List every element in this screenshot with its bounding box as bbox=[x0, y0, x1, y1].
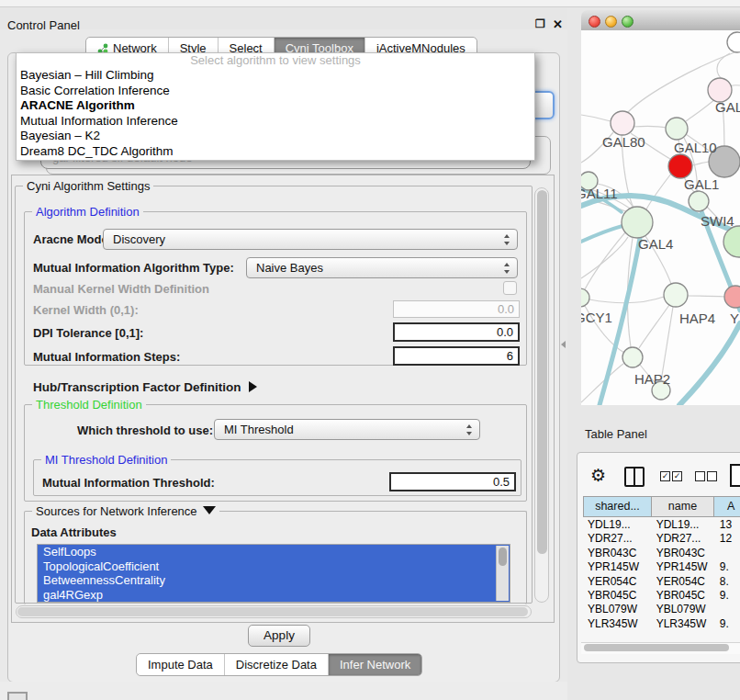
column-header[interactable]: A bbox=[713, 496, 740, 517]
sources-title-text: Sources for Network Inference bbox=[36, 504, 197, 518]
algorithm-dropdown-popup: Select algorithm to view settings Bayesi… bbox=[16, 52, 535, 161]
select-all-checkbox-icon[interactable]: ✓ bbox=[660, 471, 670, 481]
which-threshold-select[interactable]: MI Threshold bbox=[214, 419, 480, 440]
mi-threshold-label: Mutual Information Threshold: bbox=[42, 476, 215, 490]
algorithm-dropdown-list: Bayesian – Hill ClimbingBasic Correlatio… bbox=[17, 68, 534, 160]
split-columns-icon[interactable] bbox=[624, 467, 645, 487]
network-node-gal1[interactable] bbox=[668, 154, 692, 178]
dpi-tolerance-field[interactable]: 0.0 bbox=[393, 322, 520, 342]
splitter-handle[interactable] bbox=[561, 341, 566, 348]
table-cell bbox=[714, 547, 740, 560]
mac-zoom-icon[interactable] bbox=[622, 16, 633, 28]
node-label: GAL10 bbox=[674, 140, 717, 155]
column-header[interactable]: name bbox=[651, 496, 714, 517]
data-attributes-list[interactable]: SelfLoopsTopologicalCoefficientBetweenne… bbox=[37, 544, 510, 603]
mac-minimize-icon[interactable] bbox=[605, 16, 617, 28]
node-label: Y bbox=[730, 310, 739, 326]
algorithm-option[interactable]: Bayesian – K2 bbox=[17, 129, 534, 144]
table-row[interactable]: YDR27...YDR27...12 bbox=[583, 532, 740, 546]
attribute-item-selected[interactable]: TopologicalCoefficient bbox=[38, 559, 510, 574]
tab-discretize-data[interactable]: Discretize Data bbox=[225, 654, 329, 675]
hub-definition-label: Hub/Transcription Factor Definition bbox=[33, 380, 241, 394]
network-node-gal80[interactable] bbox=[611, 111, 634, 135]
kernel-width-label: Kernel Width (0,1): bbox=[33, 303, 139, 317]
table-row[interactable]: YLR345WYLR345W9. bbox=[583, 617, 740, 631]
mi-type-value: Naive Bayes bbox=[256, 261, 323, 275]
table-row[interactable]: YER054CYER054C8. bbox=[583, 575, 740, 589]
node-table[interactable]: YDL19...YDL19...13YDR27...YDR27...12YBR0… bbox=[583, 518, 740, 633]
mac-close-icon[interactable] bbox=[589, 16, 600, 28]
sources-group-title[interactable]: Sources for Network Inference bbox=[32, 504, 219, 518]
close-panel-icon[interactable]: ✕ bbox=[553, 17, 563, 31]
table-cell: YER054C bbox=[583, 575, 651, 589]
mi-type-select[interactable]: Naive Bayes bbox=[246, 257, 518, 278]
aracne-mode-select[interactable]: Discovery bbox=[103, 229, 518, 250]
attribute-item-selected[interactable]: BetweennessCentrality bbox=[38, 573, 510, 588]
algorithm-option[interactable]: Bayesian – Hill Climbing bbox=[17, 68, 534, 84]
collapsed-arrow-icon bbox=[249, 381, 257, 392]
table-cell bbox=[714, 603, 740, 616]
network-node[interactable] bbox=[727, 32, 740, 52]
attribute-item-selected[interactable]: gal4RGexp bbox=[38, 588, 510, 603]
table-panel-title: Table Panel bbox=[585, 427, 647, 441]
minimized-panel-icon[interactable] bbox=[7, 692, 28, 700]
control-panel-titlebar: Control Panel ❐ ✕ bbox=[0, 7, 567, 29]
tab-impute-data[interactable]: Impute Data bbox=[137, 654, 225, 675]
algorithm-option[interactable]: Mutual Information Inference bbox=[17, 114, 534, 130]
node-label: SWI4 bbox=[701, 213, 734, 229]
table-cell: YDR27... bbox=[651, 532, 714, 546]
network-node-y[interactable] bbox=[724, 286, 740, 308]
cyni-bottom-tabbar: Impute DataDiscretize DataInfer Network bbox=[136, 653, 422, 676]
table-cell: 9. bbox=[714, 589, 740, 603]
network-node-gcy1[interactable] bbox=[581, 288, 589, 307]
float-window-icon[interactable]: ❐ bbox=[535, 17, 545, 30]
table-row[interactable]: YBR043CYBR043C bbox=[583, 547, 740, 560]
table-cell: 13 bbox=[714, 518, 740, 532]
table-cell: YBL079W bbox=[651, 603, 714, 616]
tab-infer-network[interactable]: Infer Network bbox=[329, 654, 421, 675]
tab-label: Infer Network bbox=[340, 654, 410, 675]
algorithm-option[interactable]: ARACNE Algorithm bbox=[17, 98, 534, 114]
table-row[interactable]: YBL079WYBL079W bbox=[583, 603, 740, 616]
network-canvas[interactable]: GALGAL80GAL10GAL1GAL11SWI4GAL4GCY1HAP4YH… bbox=[581, 30, 740, 405]
tab-label: Discretize Data bbox=[236, 654, 317, 675]
attributes-scrollbar[interactable] bbox=[496, 546, 509, 601]
kernel-width-field[interactable]: 0.0 bbox=[393, 300, 520, 318]
network-node-hap2[interactable] bbox=[622, 347, 643, 367]
apply-button[interactable]: Apply bbox=[248, 625, 310, 647]
settings-vertical-scrollbar-thumb[interactable] bbox=[537, 190, 547, 554]
table-horizontal-scrollbar-thumb[interactable] bbox=[584, 644, 729, 651]
table-cell: 9. bbox=[714, 560, 740, 574]
mi-steps-label: Mutual Information Steps: bbox=[33, 350, 180, 364]
table-row[interactable]: YDL19...YDL19...13 bbox=[583, 518, 740, 532]
network-node-swi4[interactable] bbox=[689, 191, 709, 211]
column-header[interactable]: shared... bbox=[583, 496, 652, 517]
network-node-hap4[interactable] bbox=[664, 283, 688, 307]
threshold-definition-title: Threshold Definition bbox=[32, 398, 146, 412]
table-row[interactable]: YBR045CYBR045C9. bbox=[583, 589, 740, 603]
settings-horizontal-scrollbar-thumb[interactable] bbox=[17, 607, 528, 616]
table-cell: YLR345W bbox=[651, 617, 714, 631]
node-label: GAL80 bbox=[602, 134, 645, 150]
table-cell: 9. bbox=[714, 631, 740, 633]
gear-icon[interactable]: ⚙ bbox=[590, 465, 606, 486]
deselect-checkbox-icon[interactable] bbox=[695, 471, 705, 481]
algorithm-option[interactable]: Dream8 DC_TDC Algorithm bbox=[17, 144, 534, 160]
mi-threshold-field[interactable]: 0.5 bbox=[389, 472, 516, 491]
table-row[interactable]: YPR145WYPR145W9. bbox=[583, 560, 740, 574]
document-icon[interactable] bbox=[730, 464, 740, 487]
select-all-checkbox-icon[interactable]: ✓ bbox=[672, 471, 682, 481]
control-panel-title: Control Panel bbox=[7, 18, 80, 32]
deselect-checkbox-icon[interactable] bbox=[707, 471, 717, 481]
network-node-gal4[interactable] bbox=[622, 207, 653, 238]
algorithm-option[interactable]: Basic Correlation Inference bbox=[17, 84, 534, 99]
network-window-titlebar[interactable] bbox=[581, 10, 740, 31]
network-node-gal10[interactable] bbox=[666, 118, 688, 140]
network-graph: GALGAL80GAL10GAL1GAL11SWI4GAL4GCY1HAP4YH… bbox=[581, 30, 740, 405]
table-row[interactable]: YIL052CYIL052C9. bbox=[583, 631, 740, 633]
mi-steps-field[interactable]: 6 bbox=[393, 346, 520, 366]
manual-kernel-width-checkbox[interactable] bbox=[503, 281, 517, 295]
attribute-item-selected[interactable]: SelfLoops bbox=[38, 545, 510, 559]
attributes-scrollbar-thumb[interactable] bbox=[499, 548, 507, 566]
hub-definition-toggle[interactable]: Hub/Transcription Factor Definition bbox=[33, 380, 257, 394]
